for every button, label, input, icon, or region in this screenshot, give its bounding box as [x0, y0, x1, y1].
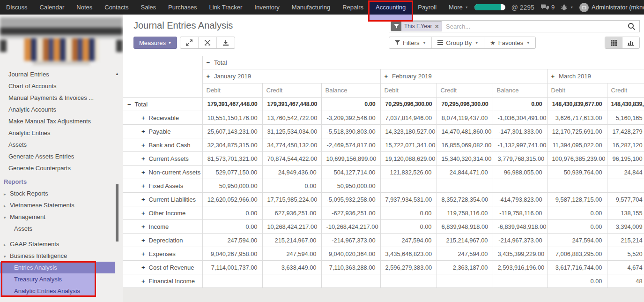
sidebar-item-management[interactable]: ▾Management [0, 211, 123, 223]
nav-menu-notes[interactable]: Notes [70, 0, 98, 15]
sidebar-item-vietnamese-statements[interactable]: ▸Vietnamese Statements [0, 199, 123, 211]
pivot-measure-header-credit[interactable]: Credit [262, 83, 321, 98]
sidebar-item-journal-entries[interactable]: Journal Entries [0, 68, 123, 80]
pivot-measure-header-balance[interactable]: Balance [321, 83, 380, 98]
sidebar-item-treasury-analysis[interactable]: Treasury Analysis [0, 273, 96, 285]
pivot-month-header-february-2019[interactable]: +February 2019 [380, 69, 547, 83]
nav-menu-purchases[interactable]: Purchases [162, 0, 203, 15]
sidebar-item-generate-assets-entries[interactable]: Generate Assets Entries [0, 151, 123, 162]
pivot-cell: 32,304,875,315.00 [202, 138, 262, 152]
scroll-up-arrow-icon[interactable]: ▲ [115, 72, 119, 76]
expand-icon[interactable]: + [141, 223, 145, 230]
pivot-row-header-total[interactable]: −Total [123, 98, 202, 111]
sidebar-item-make-manual-tax-adjustments[interactable]: Make Manual Tax Adjustments [0, 115, 123, 127]
measures-button[interactable]: Measures▼ [133, 37, 177, 49]
pivot-row-header-other-income[interactable]: +Other Income [123, 206, 202, 220]
search-input[interactable] [442, 23, 628, 30]
nav-menu-link-tracker[interactable]: Link Tracker [203, 0, 249, 15]
nav-menu-inventory[interactable]: Inventory [248, 0, 285, 15]
pivot-row-fixed-assets: +Fixed Assets50,950,000.000.0050,950,000… [123, 179, 644, 193]
expand-icon[interactable]: + [141, 278, 145, 285]
sidebar-item-business-intelligence[interactable]: ▾Business Intelligence [0, 250, 123, 262]
sidebar-item-gaap-statements[interactable]: ▸GAAP Statements [0, 238, 123, 250]
sidebar-scrollbar[interactable] [116, 184, 118, 242]
nav-menu-contacts[interactable]: Contacts [98, 0, 134, 15]
expand-icon[interactable]: + [141, 237, 145, 244]
expand-icon[interactable]: + [141, 155, 145, 162]
pivot-row-header-fixed-assets[interactable]: +Fixed Assets [123, 179, 202, 193]
sidebar-item-assets[interactable]: Assets [0, 223, 123, 234]
collapse-icon[interactable]: − [207, 59, 210, 66]
expand-icon[interactable]: + [141, 114, 145, 121]
pivot-view-button[interactable] [605, 37, 622, 48]
sidebar-item-chart-of-accounts[interactable]: Chart of Accounts [0, 80, 123, 92]
expand-icon[interactable]: + [141, 210, 145, 217]
sidebar-item-invoi[interactable]: Invoi [0, 299, 123, 302]
collapse-icon[interactable]: − [127, 101, 131, 108]
sidebar-item-assets[interactable]: Assets [0, 139, 123, 151]
expand-icon[interactable]: + [141, 128, 145, 135]
pivot-row-header-non-current-assets[interactable]: +Non-current Assets [123, 166, 202, 179]
expand-icon[interactable]: + [141, 142, 145, 149]
filters-button[interactable]: Filters▼ [389, 37, 431, 48]
expand-all-button[interactable] [180, 37, 198, 48]
graph-view-button[interactable] [622, 37, 639, 48]
user-menu[interactable]: Administrator (mknwyp... ▼ [579, 3, 644, 12]
expand-icon[interactable]: + [141, 250, 145, 257]
download-button[interactable] [216, 37, 235, 48]
nav-menu-repairs[interactable]: Repairs [336, 0, 370, 15]
pivot-measure-header-debit[interactable]: Debit [380, 83, 437, 98]
sidebar-item-generate-counterparts[interactable]: Generate Counterparts [0, 162, 123, 174]
expand-icon[interactable]: + [385, 73, 388, 80]
nav-menu-discuss[interactable]: Discuss [0, 0, 34, 15]
favorites-button[interactable]: ★ Favorites▼ [484, 37, 535, 48]
search-bar[interactable]: This F.Year ✕ [389, 20, 640, 32]
sidebar-item-stock-reports[interactable]: ▸Stock Reports [0, 188, 123, 199]
nav-menu-payroll[interactable]: Payroll [412, 0, 443, 15]
sidebar-item-manual-payments-invoices[interactable]: Manual Payments & Invoices ... [0, 92, 123, 104]
expand-icon[interactable]: + [551, 73, 555, 80]
sidebar-item-analytic-accounts[interactable]: Analytic Accounts [0, 104, 123, 115]
nav-menu-accounting[interactable]: Accounting [370, 0, 412, 15]
pivot-row-header-payable[interactable]: +Payable [123, 125, 202, 138]
pivot-row-header-current-assets[interactable]: +Current Assets [123, 152, 202, 166]
pivot-row-header-receivable[interactable]: +Receivable [123, 111, 202, 125]
expand-icon[interactable]: + [141, 169, 145, 176]
group-by-button[interactable]: Group By▼ [431, 37, 484, 48]
grid-icon [611, 40, 617, 46]
pivot-row-header-expenses[interactable]: +Expenses [123, 247, 202, 261]
sidebar-item-analytic-entries[interactable]: Analytic Entries [0, 127, 123, 139]
mention-counter[interactable]: @ 2295 [511, 4, 534, 11]
sidebar-item-analytic-entries-analysis[interactable]: Analytic Entries Analysis [0, 285, 96, 297]
messages-counter[interactable]: 9 [540, 4, 555, 11]
expand-icon[interactable]: + [141, 196, 145, 203]
pivot-row-header-financial-income[interactable]: +Financial Income [123, 274, 202, 288]
sidebar-item-entries-analysis[interactable]: Entries Analysis [0, 262, 115, 273]
search-icon[interactable] [628, 23, 636, 30]
pivot-row-header-bank-and-cash[interactable]: +Bank and Cash [123, 138, 202, 152]
nav-menu-more[interactable]: More▼ [443, 0, 474, 15]
pivot-row-header-cost-of-revenue[interactable]: +Cost of Revenue [123, 261, 202, 274]
expand-icon[interactable]: + [207, 73, 210, 80]
debug-menu[interactable]: ▼ [561, 4, 573, 11]
nav-menu-sales[interactable]: Sales [135, 0, 163, 15]
pivot-measure-header-credit[interactable]: Credit [437, 83, 493, 98]
nav-menu-calendar[interactable]: Calendar [34, 0, 71, 15]
search-facet[interactable]: This F.Year ✕ [391, 21, 442, 31]
pivot-measure-header-debit[interactable]: Debit [547, 83, 607, 98]
pivot-month-header-january-2019[interactable]: +January 2019 [202, 69, 380, 83]
pivot-row-header-depreciation[interactable]: +Depreciation [123, 234, 202, 247]
nav-menu-manufacturing[interactable]: Manufacturing [286, 0, 336, 15]
expand-icon[interactable]: + [141, 182, 145, 189]
pivot-month-header-march-2019[interactable]: +March 2019 [547, 69, 644, 83]
row-label: Receivable [149, 114, 179, 121]
pivot-row-header-income[interactable]: +Income [123, 220, 202, 234]
flip-axis-button[interactable] [198, 37, 216, 48]
pivot-column-total-header[interactable]: −Total [202, 56, 644, 69]
remove-facet-icon[interactable]: ✕ [435, 24, 439, 29]
expand-icon[interactable]: + [141, 264, 145, 271]
pivot-measure-header-credit[interactable]: Credit [607, 83, 644, 98]
pivot-row-header-current-liabilities[interactable]: +Current Liabilities [123, 193, 202, 206]
pivot-measure-header-balance[interactable]: Balance [493, 83, 547, 98]
pivot-measure-header-debit[interactable]: Debit [202, 83, 262, 98]
